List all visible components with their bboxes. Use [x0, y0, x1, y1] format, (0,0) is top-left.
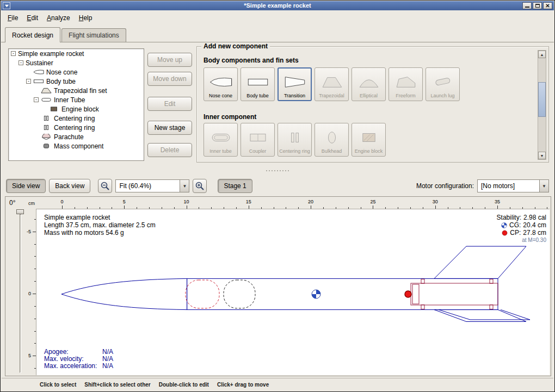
move-up-button[interactable]: Move up [147, 53, 192, 67]
component-button-label: Body tube [246, 94, 269, 99]
tree-item-label: Mass component [54, 142, 103, 150]
component-button-label: Launch lug [430, 94, 454, 99]
component-button-label: Inner tube [209, 149, 232, 154]
tree-expander-icon[interactable]: - [26, 79, 31, 84]
zoom-select[interactable]: Fit (60.4%) ▼ [115, 179, 189, 192]
zoom-out-button[interactable] [98, 179, 112, 193]
side-view-button[interactable]: Side view [6, 179, 46, 193]
tree-expander-icon[interactable]: - [18, 60, 23, 65]
scroll-up-icon[interactable]: ▲ [538, 51, 546, 58]
tree-item-parachute[interactable]: Parachute [9, 132, 144, 141]
centering-ring-rear-bottom [490, 305, 493, 309]
component-scrollbar[interactable]: ▲ ▼ [538, 50, 546, 160]
chevron-down-icon[interactable]: ▼ [539, 180, 548, 192]
back-view-button[interactable]: Back view [49, 179, 90, 193]
status-hint: Click+ drag to move [217, 382, 269, 388]
ruler-number: 35 [495, 199, 500, 204]
delete-button[interactable]: Delete [147, 143, 192, 157]
tree-item-centering-ring[interactable]: Centering ring [9, 114, 144, 123]
rocket-figure-panel: 0° cm 05101520253035 -505 [5, 196, 551, 376]
ruler-number: 30 [433, 199, 438, 204]
zoom-out-icon [100, 181, 110, 191]
stability-row: Stability: 2.98 cal [497, 214, 546, 221]
component-button-nose-cone[interactable]: Nose cone [203, 67, 238, 101]
component-button-label: Coupler [249, 149, 267, 154]
scrollbar-thumb[interactable] [538, 82, 546, 117]
component-button-coupler[interactable]: Coupler [240, 123, 275, 157]
nose-cone-shape [61, 278, 187, 309]
new-stage-button[interactable]: New stage [147, 121, 192, 135]
nosecone-icon [208, 70, 233, 94]
add-component-title: Add new component [201, 42, 270, 50]
motor-config-select[interactable]: [No motors] ▼ [477, 179, 549, 192]
scroll-down-icon[interactable]: ▼ [538, 152, 546, 159]
component-button-trapezoidal[interactable]: Trapezoidal [314, 67, 349, 101]
cp-marker [405, 291, 411, 297]
tab-rocket-design[interactable]: Rocket design [5, 27, 60, 42]
menu-edit[interactable]: Edit [22, 12, 42, 24]
tree-item-trapezoidal-fin-set[interactable]: Trapezoidal fin set [9, 86, 144, 95]
ruler-unit-label: cm [28, 201, 35, 206]
horizontal-ruler: 05101520253035 [36, 199, 550, 209]
close-icon: ✕ [545, 3, 550, 9]
component-button-launch-lug[interactable]: Launch lug [425, 67, 460, 101]
ruler-number: 0 [28, 291, 31, 296]
tree-expander-icon[interactable]: - [11, 51, 16, 56]
move-down-button[interactable]: Move down [147, 72, 192, 86]
splitter-handle[interactable] [1, 167, 554, 174]
zoom-select-value: Fit (60.4%) [116, 180, 180, 192]
centering-ring-front-top [421, 279, 424, 283]
tree-item-centering-ring[interactable]: Centering ring [9, 123, 144, 132]
component-button-centering-ring[interactable]: Centering ring [278, 123, 312, 157]
maximize-button[interactable] [533, 2, 542, 9]
tree-item-engine-block[interactable]: Engine block [9, 104, 144, 114]
menu-file[interactable]: File [3, 12, 22, 24]
tree-item-simple-example-rocket[interactable]: -Simple example rocket [9, 49, 144, 58]
menu-bar: FileEditAnalyzeHelp [1, 11, 554, 24]
chevron-down-icon[interactable]: ▼ [180, 180, 189, 192]
component-button-elliptical[interactable]: Elliptical [351, 67, 386, 101]
rotation-slider[interactable] [20, 214, 21, 373]
tab-bar: Rocket designFlight simulations [1, 27, 554, 42]
edit-button[interactable]: Edit [147, 97, 192, 111]
tree-item-inner-tube[interactable]: -Inner Tube [9, 95, 144, 104]
zoom-in-icon [195, 181, 205, 191]
nosecone-icon [33, 69, 44, 75]
stability-info: Stability: 2.98 cal CG: 20.4 cm CP: 27.8… [497, 214, 546, 244]
flight-value: N/A [102, 363, 113, 370]
status-bar: Click to selectShift+click to select oth… [2, 378, 553, 391]
design-tree[interactable]: -Simple example rocket-SustainerNose con… [8, 48, 144, 161]
zoom-in-button[interactable] [193, 179, 207, 193]
tree-item-sustainer[interactable]: -Sustainer [9, 58, 144, 67]
rotation-slider-handle[interactable] [16, 209, 24, 214]
tab-flight-simulations[interactable]: Flight simulations [61, 28, 126, 42]
elliptical-icon [356, 70, 381, 94]
status-hint: Shift+click to select other [84, 382, 150, 388]
centering-ring-front-bottom [421, 305, 424, 309]
rocket-info: Simple example rocket Length 37.5 cm, ma… [44, 214, 156, 237]
component-button-label: Elliptical [360, 94, 378, 99]
component-button-bulkhead[interactable]: Bulkhead [314, 123, 349, 157]
component-button-freeform[interactable]: Freeform [388, 67, 423, 101]
component-button-engine-block[interactable]: Engine block [351, 123, 386, 157]
section-label-inner-component: Inner component [203, 113, 256, 121]
tree-item-body-tube[interactable]: -Body tube [9, 77, 144, 86]
tree-item-label: Centering ring [54, 124, 95, 132]
stability-value: 2.98 cal [523, 214, 546, 221]
tree-item-mass-component[interactable]: Mass component [9, 141, 144, 151]
stage-1-button[interactable]: Stage 1 [218, 179, 252, 193]
innertube-icon [208, 126, 233, 149]
component-button-transition[interactable]: Transition [278, 67, 312, 101]
title-bar[interactable]: *Simple example rocket ✕ [1, 1, 554, 10]
tree-item-nose-cone[interactable]: Nose cone [9, 67, 144, 77]
component-button-body-tube[interactable]: Body tube [240, 67, 275, 101]
component-button-inner-tube[interactable]: Inner tube [203, 123, 238, 157]
menu-analyze[interactable]: Analyze [42, 12, 75, 24]
rocket-canvas[interactable]: Simple example rocket Length 37.5 cm, ma… [36, 209, 550, 375]
tree-expander-icon[interactable]: - [34, 97, 39, 102]
close-button[interactable]: ✕ [543, 2, 552, 9]
centeringring-icon [41, 115, 52, 121]
menu-help[interactable]: Help [75, 12, 97, 24]
minimize-button[interactable] [522, 2, 532, 9]
tree-item-label: Nose cone [46, 69, 77, 76]
